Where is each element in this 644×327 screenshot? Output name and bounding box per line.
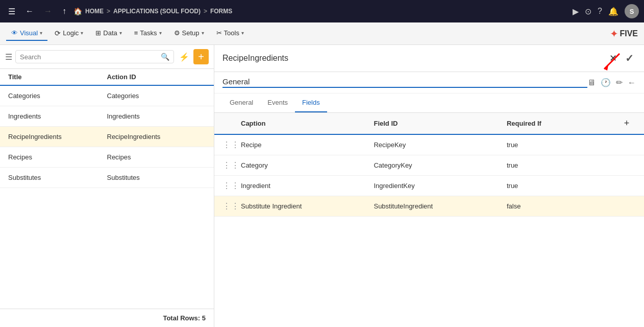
field-caption: Substitute Ingredient (241, 202, 374, 210)
fields-table-header: Caption Field ID Required If + (214, 113, 644, 135)
table-header: Title Action ID (0, 69, 214, 86)
table-row[interactable]: Ingredients Ingredients (0, 106, 214, 127)
secnav-data-label: Data (103, 29, 117, 37)
breadcrumb: 🏠 HOME > APPLICATIONS (SOUL FOOD) > FORM… (73, 7, 568, 15)
menu-icon[interactable]: ☰ (5, 5, 18, 18)
logic-caret: ▾ (81, 30, 83, 36)
tasks-caret: ▾ (159, 30, 162, 36)
breadcrumb-section[interactable]: FORMS (210, 8, 232, 15)
close-button[interactable]: ✕ (607, 51, 619, 66)
tools-caret: ▾ (241, 30, 244, 36)
row-title: Categories (8, 92, 107, 100)
add-field-col: + (617, 118, 636, 129)
secnav-visual[interactable]: 👁 Visual ▾ (6, 26, 47, 41)
field-row[interactable]: ⋮⋮ Category CategoryKey true (214, 155, 644, 176)
gear-icon: ⚙ (174, 29, 180, 37)
add-button[interactable]: + (193, 49, 209, 64)
drag-handle[interactable]: ⋮⋮ (222, 181, 240, 190)
field-required-if: false (507, 202, 617, 210)
table-row-selected[interactable]: RecipeIngredients RecipeIngredients (0, 127, 214, 147)
right-panel: RecipeIngredients ✕ ✓ General 🖥 🕐 ✏ ← Ge… (214, 45, 644, 327)
flash-icon[interactable]: ⚡ (177, 50, 191, 64)
row-title: Recipes (8, 153, 107, 161)
drag-handle[interactable]: ⋮⋮ (222, 161, 240, 170)
secnav-logic-label: Logic (63, 29, 79, 37)
field-id: IngredientKey (374, 182, 506, 190)
search-box: 🔍 (15, 50, 174, 63)
visual-caret: ▾ (40, 30, 42, 36)
table-row[interactable]: Substitutes Substitutes (0, 168, 214, 188)
data-icon: ⊞ (95, 29, 101, 37)
secnav-setup-label: Setup (182, 29, 200, 37)
clock-icon[interactable]: 🕐 (601, 78, 611, 87)
total-rows: Total Rows: 5 (163, 314, 206, 322)
secnav-tools[interactable]: ✂ Tools ▾ (211, 26, 249, 41)
left-panel: ☰ 🔍 ⚡ + Title Action ID Categories Categ… (0, 45, 214, 327)
search-input[interactable] (20, 53, 161, 61)
row-title: Substitutes (8, 174, 107, 181)
secnav-data[interactable]: ⊞ Data ▾ (90, 26, 127, 41)
right-header-buttons: ✕ ✓ (607, 50, 636, 66)
field-id: SubstituteIngredient (374, 202, 506, 210)
fieldid-header: Field ID (374, 120, 506, 127)
tasks-icon: ≡ (134, 29, 138, 37)
field-row[interactable]: ⋮⋮ Ingredient IngredientKey true (214, 176, 644, 196)
bell-icon[interactable]: 🔔 (608, 7, 618, 16)
tab-general-label: General (230, 99, 253, 106)
secnav-setup[interactable]: ⚙ Setup ▾ (169, 26, 209, 41)
monitor-icon[interactable]: 🖥 (587, 78, 596, 87)
field-caption: Recipe (241, 141, 374, 149)
reqif-header: Required If (507, 120, 617, 127)
table-body: Categories Categories Ingredients Ingred… (0, 86, 214, 309)
drag-handle[interactable]: ⋮⋮ (222, 141, 240, 149)
row-action: Categories (107, 92, 206, 100)
field-row[interactable]: ⋮⋮ Recipe RecipeKey true (214, 135, 644, 155)
breadcrumb-app[interactable]: APPLICATIONS (SOUL FOOD) (113, 8, 201, 15)
field-required-if: true (507, 182, 617, 190)
help-icon[interactable]: ? (598, 7, 602, 16)
play-icon[interactable]: ▶ (573, 7, 579, 16)
secnav-visual-label: Visual (20, 29, 38, 37)
secnav-tasks-label: Tasks (140, 29, 157, 37)
field-row-highlighted[interactable]: ⋮⋮ Substitute Ingredient SubstituteIngre… (214, 196, 644, 217)
tab-events[interactable]: Events (260, 94, 295, 112)
tab-fields[interactable]: Fields (295, 94, 327, 112)
secnav: 👁 Visual ▾ ⟳ Logic ▾ ⊞ Data ▾ ≡ Tasks ▾ … (0, 22, 644, 45)
section-header: General 🖥 🕐 ✏ ← (214, 72, 644, 94)
forward-icon[interactable]: → (41, 5, 55, 18)
table-row[interactable]: Categories Categories (0, 86, 214, 106)
breadcrumb-arrow2: > (204, 8, 207, 15)
drag-handle[interactable]: ⋮⋮ (222, 202, 240, 211)
secnav-logic[interactable]: ⟳ Logic ▾ (49, 26, 88, 41)
tab-events-label: Events (267, 99, 288, 106)
main-layout: ☰ 🔍 ⚡ + Title Action ID Categories Categ… (0, 45, 644, 327)
breadcrumb-arrow1: > (107, 8, 110, 15)
edit-icon[interactable]: ✏ (616, 78, 623, 87)
tabs: General Events Fields (214, 94, 644, 113)
row-title: RecipeIngredients (8, 133, 107, 141)
tools-icon: ✂ (216, 29, 222, 37)
search-icon: 🔍 (161, 53, 169, 61)
table-row[interactable]: Recipes Recipes (0, 147, 214, 168)
back-icon[interactable]: ← (22, 5, 37, 18)
left-toolbar: ☰ 🔍 ⚡ + (0, 45, 214, 69)
breadcrumb-home[interactable]: HOME (85, 8, 104, 15)
field-caption: Category (241, 161, 374, 169)
filter-icon[interactable]: ☰ (5, 52, 12, 62)
secnav-tasks[interactable]: ≡ Tasks ▾ (129, 26, 167, 41)
confirm-button[interactable]: ✓ (623, 50, 636, 66)
search-global-icon[interactable]: ⊙ (585, 7, 591, 16)
fields-table: Caption Field ID Required If + ⋮⋮ Recipe… (214, 113, 644, 327)
right-title: RecipeIngredients (222, 54, 607, 63)
add-field-button[interactable]: + (624, 118, 630, 129)
tab-fields-label: Fields (302, 99, 320, 106)
topbar: ☰ ← → ↑ 🏠 HOME > APPLICATIONS (SOUL FOOD… (0, 0, 644, 22)
tab-general[interactable]: General (222, 94, 260, 112)
setup-caret: ▾ (202, 30, 204, 36)
back-nav-icon[interactable]: ← (628, 78, 636, 87)
avatar[interactable]: S (625, 4, 639, 18)
eye-icon: 👁 (11, 29, 18, 37)
up-icon[interactable]: ↑ (59, 5, 69, 18)
section-title: General (222, 77, 587, 88)
right-header: RecipeIngredients ✕ ✓ (214, 45, 644, 72)
